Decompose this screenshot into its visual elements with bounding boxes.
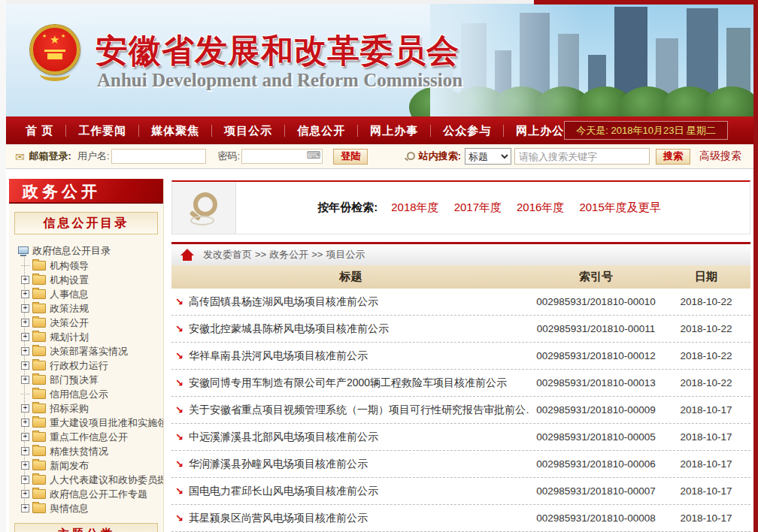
column-header-index: 索引号 (530, 270, 662, 284)
expand-plus-icon[interactable]: + (21, 361, 29, 370)
row-index: 002985931/201810-00009 (530, 404, 662, 416)
nav-item[interactable]: 媒体聚焦 (138, 125, 211, 137)
year-filter-link[interactable]: 2015年度及更早 (579, 201, 660, 213)
expand-plus-icon[interactable]: + (21, 319, 29, 327)
year-filter-label: 按年份检索: (317, 201, 377, 215)
nav-item[interactable]: 信息公开 (284, 125, 357, 137)
tree-item-label: 舆情信息 (50, 502, 89, 515)
breadcrumb-link[interactable]: 项目公示 (326, 249, 365, 260)
tree-item-label: 信用信息公示 (50, 388, 108, 401)
sidebar-theme-title[interactable]: 主题分类 (14, 523, 158, 532)
row-date: 2018-10-22 (662, 323, 750, 334)
row-title-link[interactable]: 中远溪濉溪县北部风电场项目核准前公示 (189, 431, 378, 444)
tree-item[interactable]: +部门预决算 (21, 373, 163, 387)
expand-plus-icon[interactable]: + (21, 504, 29, 512)
tree-item[interactable]: +精准扶贫情况 (21, 444, 163, 458)
advanced-search-link[interactable]: 高级搜索 (699, 150, 741, 163)
expand-plus-icon[interactable]: + (21, 333, 29, 341)
home-icon[interactable] (180, 249, 194, 261)
keyboard-icon[interactable]: ⌨ (306, 150, 320, 161)
sidebar-directory-title[interactable]: 信息公开目录 (14, 212, 158, 234)
row-title-link[interactable]: 华润濉溪县孙疃风电场项目核准前公示 (189, 458, 368, 471)
tree-item-label: 部门预决算 (50, 373, 99, 387)
row-index: 002985931/201810-00013 (530, 377, 662, 388)
site-search-group: 站内搜索: 标题 搜索 高级搜索 (405, 148, 753, 165)
tree-item[interactable]: +决策部署落实情况 (21, 344, 163, 358)
arrow-bullet-icon: ↘ (175, 404, 183, 416)
tree-item[interactable]: 机构领导 (21, 258, 163, 273)
tree-item[interactable]: +新闻发布 (21, 458, 163, 473)
tree-item[interactable]: +重点工作信息公开 (21, 430, 163, 444)
row-title-cell: ↘安徽同博专用车制造有限公司年产2000辆工程救险车项目核准前公示 (171, 376, 530, 390)
tree-item[interactable]: +机构设置 (21, 273, 163, 287)
expand-plus-icon[interactable]: + (21, 447, 29, 455)
breadcrumb-trail: 发改委首页>>政务公开>>项目公示 (203, 248, 365, 261)
search-button[interactable]: 搜索 (656, 149, 690, 165)
tree-item[interactable]: +政策法规 (21, 301, 163, 316)
sidebar: 政务公开 信息公开目录 政府信息公开目录 机构领导+机构设置+人事信息+政策法规… (9, 179, 164, 532)
tree-item[interactable]: +人事信息 (21, 287, 163, 301)
expand-plus-icon[interactable]: + (21, 433, 29, 441)
table-row: ↘高传固镇县杨连湖风电场项目核准前公示002985931/201810-0001… (171, 289, 750, 316)
arrow-bullet-icon: ↘ (175, 377, 183, 388)
tree-item-label: 行政权力运行 (50, 359, 108, 373)
tree-item-label: 招标采购 (50, 402, 89, 416)
arrow-bullet-icon: ↘ (175, 458, 183, 470)
nav-item[interactable]: 项目公示 (211, 125, 284, 137)
site-title-chinese: 安徽省发展和改革委员会 (96, 29, 459, 73)
table-row: ↘华润濉溪县孙疃风电场项目核准前公示002985931/201810-00006… (171, 451, 750, 478)
directory-tree: 政府信息公开目录 机构领导+机构设置+人事信息+政策法规+决策公开+规划计划+决… (9, 241, 163, 515)
expand-plus-icon[interactable]: + (21, 276, 29, 284)
year-filter-link[interactable]: 2017年度 (454, 201, 502, 213)
arrow-bullet-icon: ↘ (175, 512, 183, 524)
expand-plus-icon[interactable]: + (21, 419, 29, 427)
tree-item[interactable]: +规划计划 (21, 330, 163, 344)
row-index: 002985931/201810-00008 (530, 512, 662, 524)
expand-plus-icon[interactable]: + (21, 476, 29, 484)
expand-plus-icon[interactable]: + (21, 290, 29, 298)
nav-item[interactable]: 公众参与 (430, 125, 503, 137)
search-input[interactable] (514, 148, 650, 165)
breadcrumb-link[interactable]: 政务公开 (269, 249, 308, 260)
expand-plus-icon[interactable]: + (21, 347, 29, 355)
site-search-label: 站内搜索: (419, 150, 461, 163)
tree-item[interactable]: 信用信息公示 (21, 387, 163, 401)
expand-plus-icon[interactable]: + (21, 304, 29, 313)
national-emblem-logo: ★ ★ ★ (30, 25, 80, 80)
tree-item-label: 政策法规 (50, 302, 89, 316)
expand-plus-icon[interactable]: + (21, 376, 29, 384)
tree-children: 机构领导+机构设置+人事信息+政策法规+决策公开+规划计划+决策部署落实情况+行… (21, 258, 163, 515)
row-title-link[interactable]: 关于安徽省重点项目视频管理系统（一期）项目可行性研究报告审批前公… (189, 404, 530, 417)
expand-plus-icon[interactable]: + (21, 490, 29, 498)
row-title-link[interactable]: 萁星颍泉区尚营风电场项目核准前公示 (189, 512, 368, 525)
row-title-link[interactable]: 安徽北控蒙城县陈桥风电场项目核准前公示 (189, 322, 389, 336)
tree-item-label: 机构领导 (50, 259, 89, 273)
folder-icon (32, 389, 46, 399)
row-title-link[interactable]: 国电电力霍邱长山风电场项目核准前公示 (189, 485, 378, 498)
search-field-select[interactable]: 标题 (465, 148, 511, 165)
row-title-link[interactable]: 安徽同博专用车制造有限公司年产2000辆工程救险车项目核准前公示 (189, 376, 507, 390)
tree-item[interactable]: +人大代表建议和政协委员提 (21, 473, 163, 487)
breadcrumb-link[interactable]: 发改委首页 (203, 249, 252, 260)
tree-item[interactable]: +行政权力运行 (21, 358, 163, 373)
tree-item[interactable]: +招标采购 (21, 401, 163, 416)
row-title-link[interactable]: 华祥阜南县洪河风电场项目核准前公示 (189, 349, 368, 363)
expand-plus-icon[interactable]: + (21, 404, 29, 413)
folder-icon (32, 361, 46, 370)
nav-item[interactable]: 网上办事 (357, 125, 430, 137)
nav-item[interactable]: 首 页 (14, 125, 65, 137)
row-title-cell: ↘国电电力霍邱长山风电场项目核准前公示 (171, 485, 530, 498)
nav-item[interactable]: 工作要闻 (65, 125, 138, 137)
search-icon (405, 151, 415, 162)
tree-root-item[interactable]: 政府信息公开目录 (18, 243, 163, 258)
username-field[interactable] (111, 149, 206, 164)
year-filter-link[interactable]: 2018年度 (391, 201, 438, 213)
expand-plus-icon[interactable]: + (21, 461, 29, 470)
tree-item[interactable]: +舆情信息 (21, 501, 163, 515)
tree-item[interactable]: +决策公开 (21, 316, 163, 330)
row-title-link[interactable]: 高传固镇县杨连湖风电场项目核准前公示 (189, 295, 378, 309)
login-button[interactable]: 登陆 (333, 149, 368, 165)
tree-item[interactable]: +重大建设项目批准和实施领 (21, 416, 163, 430)
tree-item[interactable]: +政府信息公开工作专题 (21, 487, 163, 501)
year-filter-link[interactable]: 2016年度 (517, 201, 564, 213)
